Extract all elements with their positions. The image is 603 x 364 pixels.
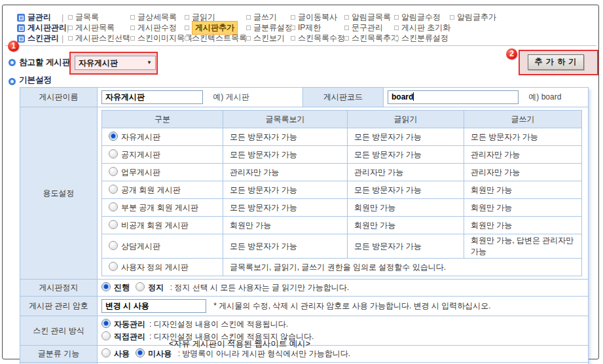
usage-custom-desc: 글목록보기, 글읽기, 글쓰기 권한을 임의로 설정할수 있습니다. <box>223 259 582 276</box>
bullet-square-icon <box>394 36 399 41</box>
bullet-square-icon <box>68 26 73 30</box>
menu-item-post-move-copy[interactable]: 글이동복사 <box>291 12 344 23</box>
usage-row-partial-member: 부분 공개 회원 게시판 모든 방문자가 가능 회원만 가능 회원만 가능 <box>102 199 582 217</box>
bullet-square-icon <box>246 15 251 20</box>
menu-row-skin: 스킨관리 게시판스킨선택 스킨이미지목록 스킨텍스트목록 스킨보기 스킨목록수정… <box>17 33 598 43</box>
board-stop-label: 게시판정지 <box>20 280 98 297</box>
bullet-square-icon <box>246 36 251 41</box>
radio-skin-auto[interactable] <box>101 319 111 328</box>
bullet-square-icon <box>130 36 135 41</box>
usage-header-row: 구분 글목록보기 글읽기 글쓰기 <box>102 111 582 128</box>
menu-item-skin-select[interactable]: 게시판스킨선택 <box>68 33 130 44</box>
menu-category-post: 글관리 <box>17 12 68 23</box>
usage-row-custom: 사용자 정의 게시판 글목록보기, 글읽기, 글쓰기 권한을 임의로 설정할수 … <box>102 259 582 276</box>
step-2-badge: 2 <box>506 48 517 60</box>
usage-row-free: 자유게시판 모든 방문자가 가능 모든 방문자가 가능 모든 방문자가 가능 <box>102 128 582 146</box>
menu-item-skin-list-add[interactable]: 스킨목록추가 <box>344 33 394 44</box>
admin-menu: 글관리 글목록 글상세목록 글읽기 글쓰기 글이동복사 알림글목록 알림글수정 … <box>17 12 598 43</box>
menu-item-post-list[interactable]: 글목록 <box>68 12 130 23</box>
bullet-square-icon <box>344 36 349 41</box>
menu-item-board-list[interactable]: 게시판목록 <box>68 22 130 33</box>
usage-permission-table: 구분 글목록보기 글읽기 글쓰기 자유게시판 모든 방문자가 가능 모든 방문자… <box>101 110 582 276</box>
radio-skin-manual[interactable] <box>101 331 111 340</box>
radio-category-unuse[interactable] <box>136 348 145 357</box>
row-admin-password: 게시판 관리 암호 변경 시 사용 * 게시물의 수정, 삭제 시 관리자 암호… <box>20 297 589 316</box>
usage-row-open-member: 공개 회원 게시판 모든 방문자가 가능 모든 방문자가 가능 회원만 가능 <box>102 181 582 199</box>
radio-stop-stop[interactable] <box>136 282 145 291</box>
reference-board-selected-value: 자유게시판 <box>79 58 118 67</box>
bullet-square-icon <box>246 26 251 30</box>
radio-usage-custom[interactable] <box>109 262 118 271</box>
bullet-square-icon <box>68 36 73 41</box>
bullet-square-icon <box>394 26 399 30</box>
menu-item-skin-class-setting[interactable]: 스킨분류설정 <box>394 33 450 44</box>
menu-item-ip-restrict[interactable]: IP제한 <box>291 22 344 33</box>
row-usage: 용도설정 구분 글목록보기 글읽기 글쓰기 자유게시판 모든 방문자가 가능 모… <box>20 107 589 280</box>
row-board-stop: 게시판정지 진행 정지 : 정지 선택 시 모든 사용자는 글 읽기만 가능합니… <box>20 280 589 297</box>
radio-usage-notice[interactable] <box>109 149 118 158</box>
reference-board-select[interactable]: 자유게시판 <box>75 56 156 70</box>
bullet-square-icon <box>344 15 349 20</box>
category-feature-desc: : 방명록이 아니라 게시판 형식에서만 가능합니다. <box>178 349 350 358</box>
bullet-square-icon <box>130 26 135 30</box>
menu-item-skin-view[interactable]: 스킨보기 <box>246 33 291 44</box>
menu-row-post: 글관리 글목록 글상세목록 글읽기 글쓰기 글이동복사 알림글목록 알림글수정 … <box>17 12 598 22</box>
board-stop-desc: : 정지 선택 시 모든 사용자는 글 읽기만 가능합니다. <box>170 283 349 292</box>
menu-item-board-add-current[interactable]: 게시판추가 <box>185 22 246 33</box>
menu-item-board-reset[interactable]: 게시판 초기화 <box>394 22 450 33</box>
menu-item-post-write[interactable]: 글쓰기 <box>246 12 291 23</box>
category-square-icon <box>17 24 25 32</box>
usage-label: 용도설정 <box>20 107 98 280</box>
bullet-square-icon <box>394 15 399 20</box>
menu-item-notice-list[interactable]: 알림글목록 <box>344 12 394 23</box>
radio-usage-counsel[interactable] <box>109 241 118 250</box>
bullet-square-icon <box>185 36 189 41</box>
text-caret <box>413 92 414 101</box>
admin-password-label: 게시판 관리 암호 <box>20 297 98 316</box>
bullet-square-icon <box>130 15 135 20</box>
usage-header-list: 글목록보기 <box>223 111 348 128</box>
radio-usage-open-member[interactable] <box>109 185 118 194</box>
admin-password-input[interactable]: 변경 시 사용 <box>101 299 206 313</box>
usage-header-write: 글쓰기 <box>464 111 582 128</box>
radio-usage-work[interactable] <box>109 167 118 176</box>
usage-header-read: 글읽기 <box>348 111 464 128</box>
menu-item-skin-text-list[interactable]: 스킨텍스트목록 <box>185 33 246 44</box>
menu-item-phrase-manage[interactable]: 문구관리 <box>344 22 394 33</box>
menu-category-board: 게시판관리 <box>17 22 68 33</box>
usage-header-type: 구분 <box>102 111 223 128</box>
category-square-icon <box>17 35 25 43</box>
menu-item-board-edit[interactable]: 게시판수정 <box>130 22 185 33</box>
overlay-example-caption: <자유 게시판이 적용된 웹사이트 예시> <box>169 338 310 350</box>
menu-item-notice-edit[interactable]: 알림글수정 <box>394 12 450 23</box>
menu-item-notice-add[interactable]: 알림글추가 <box>450 12 598 23</box>
menu-item-skin-image-list[interactable]: 스킨이미지목록 <box>130 33 185 44</box>
reference-board-label: 참고할 게시판 : <box>19 57 75 68</box>
radio-category-use[interactable] <box>101 348 111 357</box>
step-1-badge: 1 <box>8 41 19 52</box>
radio-stop-run[interactable] <box>101 282 111 291</box>
board-code-input[interactable]: board <box>388 90 519 104</box>
radio-usage-free[interactable] <box>109 132 118 141</box>
bullet-square-icon <box>291 15 295 20</box>
usage-row-private-member: 비공개 회원 게시판 회원만 가능 회원만 가능 회원만 가능 <box>102 217 582 234</box>
bullet-square-icon <box>185 26 189 30</box>
section-title: 기본설정 <box>19 75 52 86</box>
board-name-label: 게시판이름 <box>20 88 98 107</box>
bullet-square-icon <box>450 15 454 20</box>
usage-row-work: 업무게시판 관리자만 가능 관리자만 가능 관리자만 가능 <box>102 164 582 181</box>
row-board-name: 게시판이름 자유게시판 예) 게시판 게시판코드 board 예) board <box>20 88 589 107</box>
menu-item-post-detail-list[interactable]: 글상세목록 <box>130 12 185 23</box>
usage-row-counsel: 상담게시판 모든 방문자가 가능 모든 방문자가 가능 회원만 가능, 답변은 … <box>102 234 582 259</box>
bullet-square-icon <box>344 26 349 30</box>
menu-item-skin-list-edit[interactable]: 스킨목록수정 <box>291 33 344 44</box>
bullet-square-icon <box>291 26 295 30</box>
radio-usage-private-member[interactable] <box>109 220 118 229</box>
radio-usage-partial-member[interactable] <box>109 202 118 211</box>
board-code-hint: 예) board <box>528 92 561 101</box>
bullet-square-icon <box>68 15 73 20</box>
nav-divider <box>5 45 596 46</box>
add-button[interactable]: 추 가 하 기 <box>528 54 584 70</box>
board-name-input[interactable]: 자유게시판 <box>101 90 203 104</box>
menu-item-category-setting[interactable]: 글분류설정 <box>246 22 291 33</box>
